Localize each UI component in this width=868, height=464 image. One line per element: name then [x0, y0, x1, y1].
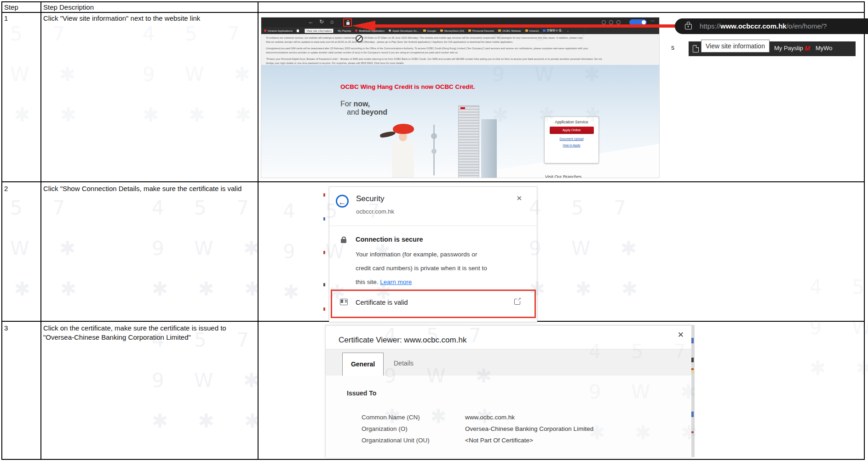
- bookmark-my-payslip[interactable]: My Payslip: [774, 45, 803, 52]
- lock-icon: [685, 24, 692, 29]
- divider: [329, 226, 537, 226]
- tab-details[interactable]: Details: [394, 360, 414, 367]
- page-artifact: [323, 193, 325, 197]
- tab-bar: General Details: [326, 349, 691, 376]
- hero-banner: OCBC Wing Hang Credit is now OCBC Credit…: [261, 65, 659, 178]
- close-icon[interactable]: ✕: [516, 194, 522, 203]
- bookmark-item[interactable]: [297, 29, 300, 32]
- back-button[interactable]: ←: [336, 195, 349, 208]
- apply-online-button[interactable]: Apply Online: [550, 127, 594, 134]
- bookmark-item[interactable]: Intranet: [525, 29, 539, 32]
- page-artifact: [323, 307, 325, 311]
- download-icon[interactable]: [616, 20, 621, 24]
- lock-icon: [341, 239, 346, 243]
- menu-dots-icon[interactable]: ⋯: [650, 18, 655, 23]
- learn-more-link[interactable]: Learn more: [380, 278, 412, 285]
- row-divider: [1, 12, 865, 13]
- certificate-viewer-title: Certificate Viewer: www.ocbc.com.hk: [339, 336, 466, 345]
- notice-line: that our website domain will be updated …: [266, 40, 655, 44]
- folder-icon: [468, 29, 471, 32]
- visit-our-branches-title: Visit Our Branches: [545, 174, 581, 178]
- row2-step-number: 2: [4, 184, 8, 193]
- back-icon[interactable]: ←: [308, 18, 314, 25]
- url-text[interactable]: https://www.ocbccr.com.hk/o/en/home/?: [700, 22, 827, 30]
- certificate-general-body: Issued To Common Name (CN) www.ocbc.com.…: [326, 376, 691, 458]
- view-site-information-highlight-box: [343, 18, 352, 27]
- field-label: Organizational Unit (OU): [362, 437, 430, 444]
- application-service-card: Application Service Apply Online Documen…: [544, 116, 599, 163]
- bookmark-item[interactable]: My Payslip: [338, 29, 351, 32]
- security-domain: ocbccr.com.hk: [356, 208, 394, 215]
- pearl-tower-sphere: [431, 133, 437, 139]
- notice-line: To enhance our customer service, our web…: [266, 36, 655, 40]
- annotation-arrow-line: [375, 24, 675, 28]
- reload-icon[interactable]: ↻: [319, 18, 324, 25]
- glass-tower-illustration: [481, 119, 497, 178]
- workday-logo-icon: M: [805, 45, 810, 52]
- security-popup: ← Security ocbccr.com.hk ✕ Connection is…: [329, 186, 537, 322]
- bookmark-star-icon[interactable]: [609, 20, 613, 24]
- folder-icon: [525, 29, 528, 32]
- row3-description: Click on the certificate, make sure the …: [43, 324, 254, 342]
- bookmark-item[interactable]: Google: [423, 29, 436, 32]
- background-page-sliver: [691, 325, 695, 457]
- certificate-valid-row[interactable]: Certificate is valid: [356, 299, 408, 306]
- extension-icon[interactable]: [602, 20, 606, 24]
- dot-gray-icon: [389, 29, 391, 32]
- close-icon[interactable]: ✕: [678, 330, 684, 340]
- bookmark-item[interactable]: MoneyHero (Ot): [440, 29, 464, 32]
- how-to-apply-link[interactable]: How to Apply: [545, 144, 598, 147]
- header-step: Step: [4, 3, 18, 12]
- row2-description: Click "Show Connection Details, make sur…: [43, 184, 254, 193]
- security-title: Security: [356, 194, 384, 203]
- document-upload-link[interactable]: Document Upload: [545, 137, 598, 140]
- field-value: <Not Part Of Certificate>: [465, 437, 533, 444]
- bookmarks-bar: Intranet ApplicationsView site informati…: [261, 27, 659, 34]
- header-step-description: Step Description: [43, 3, 94, 12]
- bookmark-item[interactable]: ›: [567, 29, 568, 32]
- text-fragment: s: [671, 44, 674, 51]
- connection-secure-body: Your information (for example, passwords…: [356, 248, 487, 289]
- row-divider: [1, 181, 865, 182]
- bookmark-item[interactable]: 防騙警示-提..: [543, 29, 563, 33]
- document-page: Step Step Description 1 Click "View site…: [0, 0, 868, 464]
- issued-to-heading: Issued To: [347, 389, 376, 397]
- red-hat: [393, 124, 414, 134]
- folder-icon: [498, 29, 501, 32]
- bookmark-item[interactable]: Personal Favorite: [468, 29, 494, 32]
- bookmarks-bar-callout: View site information My Payslip M MyWo: [689, 41, 856, 56]
- notice-line: Unregistered pre-paid SIM cards will be …: [266, 46, 655, 51]
- field-label: Organization (O): [362, 425, 408, 432]
- annotation-arrow-head: [351, 21, 375, 31]
- browser-screenshot: ← ↻ ⌂ ⋯ Intranet ApplicationsView site i…: [261, 17, 659, 178]
- globe-red-icon: [264, 29, 266, 32]
- home-icon[interactable]: ⌂: [330, 18, 333, 25]
- lock-icon[interactable]: [346, 22, 350, 25]
- notice-line: telecommunications service provider or u…: [266, 51, 655, 55]
- row1-description: Click "View site information" next to th…: [43, 14, 254, 23]
- column-divider: [258, 1, 259, 460]
- tab-general[interactable]: General: [342, 353, 384, 376]
- bookmark-item[interactable]: Apple Developer Ac...: [389, 29, 419, 32]
- prohibition-icon: [356, 35, 363, 42]
- bookmark-item[interactable]: OCBC Website: [498, 29, 521, 32]
- application-service-title: Application Service: [545, 120, 598, 124]
- field-label: Common Name (CN): [362, 414, 420, 421]
- model-photo: [392, 140, 414, 178]
- pearl-tower-sphere: [431, 149, 437, 154]
- page-artifact: [323, 251, 325, 254]
- certificate-icon: [340, 299, 348, 305]
- page-artifact: [323, 217, 325, 220]
- field-value: Oversea-Chinese Banking Corporation Limi…: [465, 425, 593, 432]
- page-icon: [297, 29, 299, 32]
- tile-icon: [543, 29, 546, 32]
- field-value: www.ocbc.com.hk: [465, 414, 515, 421]
- bookmark-item[interactable]: Intranet Applications: [264, 29, 293, 32]
- page-icon[interactable]: [693, 45, 699, 52]
- external-link-icon[interactable]: [514, 299, 520, 305]
- view-site-information-tooltip: View site information: [701, 40, 770, 52]
- bookmark-mywo[interactable]: MyWo: [816, 45, 833, 52]
- row3-step-number: 3: [4, 324, 8, 333]
- banner-headline: OCBC Wing Hang Credit is now OCBC Credit…: [340, 83, 475, 90]
- address-bar-callout: https://www.ocbccr.com.hk/o/en/home/?: [675, 18, 868, 34]
